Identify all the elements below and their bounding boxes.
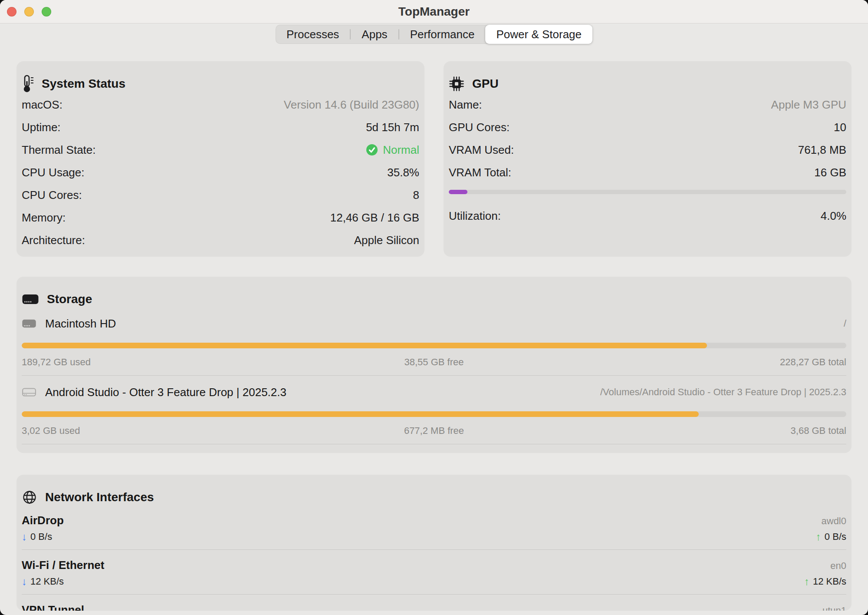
interface-id: utun1	[822, 605, 846, 611]
divider	[22, 594, 846, 595]
tab-power-storage[interactable]: Power & Storage	[485, 25, 592, 44]
disk-usage-fill	[22, 411, 699, 417]
interface-id: awdl0	[822, 516, 846, 527]
tab-segmented-control: Processes Apps Performance Power & Stora…	[276, 25, 592, 44]
gpu-panel: GPU Name: Apple M3 GPU GPU Cores: 10 VRA…	[444, 61, 852, 257]
traffic-lights	[7, 0, 51, 23]
thermal-state-value: Normal	[383, 143, 419, 157]
globe-icon	[22, 489, 37, 505]
divider	[22, 444, 846, 444]
internal-drive-icon	[22, 292, 39, 306]
system-status-panel: System Status macOS: Version 14.6 (Build…	[16, 61, 424, 257]
divider	[22, 549, 846, 550]
cpu-chip-icon	[449, 76, 464, 92]
disk-usage-bar	[22, 411, 846, 417]
row-cpu-usage: CPU Usage: 35.8%	[22, 161, 419, 184]
upload-speed: ↑ 0 B/s	[816, 531, 846, 543]
storage-panel: Storage	[16, 277, 852, 453]
gpu-header: GPU	[449, 76, 846, 92]
volume-row: Android Studio - Otter 3 Feature Drop | …	[22, 384, 846, 444]
row-gpu-utilization: Utilization: 4.0%	[449, 205, 846, 227]
external-drive-icon	[22, 386, 36, 398]
system-status-header: System Status	[22, 76, 419, 92]
disk-free: 38,55 GB free	[296, 357, 571, 368]
download-arrow-icon: ↓	[22, 575, 27, 588]
row-thermal-state: Thermal State: Normal	[22, 139, 419, 161]
upload-speed: ↑ 12 KB/s	[804, 575, 846, 588]
app-window: TopManager Processes Apps Performance Po…	[0, 0, 868, 615]
gpu-title: GPU	[472, 77, 499, 91]
minimize-button[interactable]	[24, 7, 34, 17]
window-title: TopManager	[398, 5, 470, 19]
disk-used: 3,02 GB used	[22, 425, 296, 436]
network-title: Network Interfaces	[45, 490, 154, 504]
row-gpu-cores: GPU Cores: 10	[449, 116, 846, 139]
system-status-title: System Status	[42, 77, 125, 91]
row-uptime: Uptime: 5d 15h 7m	[22, 116, 419, 139]
row-gpu-name: Name: Apple M3 GPU	[449, 93, 846, 116]
disk-usage-stats: 189,72 GB used 38,55 GB free 228,27 GB t…	[22, 356, 846, 368]
tab-processes[interactable]: Processes	[276, 25, 350, 44]
storage-title: Storage	[47, 292, 92, 306]
zoom-button[interactable]	[42, 7, 51, 17]
tab-bar: Processes Apps Performance Power & Stora…	[0, 25, 868, 44]
interface-row: AirDrop awdl0 ↓ 0 B/s ↑ 0 B/s	[22, 514, 846, 550]
row-vram-used: VRAM Used: 761,8 MB	[449, 139, 846, 161]
interface-row: VPN Tunnel utun1	[22, 603, 846, 611]
disk-free: 677,2 MB free	[296, 425, 571, 436]
download-speed: ↓ 0 B/s	[22, 531, 52, 543]
disk-total: 228,27 GB total	[572, 357, 846, 368]
titlebar: TopManager	[0, 0, 868, 23]
interface-name: Wi-Fi / Ethernet	[22, 559, 104, 572]
row-vram-total: VRAM Total: 16 GB	[449, 161, 846, 184]
download-arrow-icon: ↓	[22, 531, 27, 543]
main-content: System Status macOS: Version 14.6 (Build…	[0, 61, 868, 611]
download-speed: ↓ 12 KB/s	[22, 575, 64, 588]
network-panel: Network Interfaces AirDrop awdl0 ↓ 0 B/s…	[16, 475, 852, 611]
row-cpu-cores: CPU Cores: 8	[22, 184, 419, 206]
internal-drive-small-icon	[22, 317, 36, 330]
disk-total: 3,68 GB total	[572, 425, 846, 436]
interface-row: Wi-Fi / Ethernet en0 ↓ 12 KB/s ↑ 12 KB/s	[22, 559, 846, 595]
row-macos: macOS: Version 14.6 (Build 23G80)	[22, 93, 419, 116]
row-architecture: Architecture: Apple Silicon	[22, 229, 419, 251]
disk-used: 189,72 GB used	[22, 357, 296, 368]
close-button[interactable]	[7, 7, 16, 17]
vram-progress-bar	[449, 190, 846, 194]
volume-name: Android Studio - Otter 3 Feature Drop | …	[45, 386, 286, 399]
volume-mount-point: /Volumes/Android Studio - Otter 3 Featur…	[600, 387, 846, 398]
vram-progress-fill	[449, 190, 467, 194]
volume-name: Macintosh HD	[45, 317, 116, 331]
storage-header: Storage	[22, 291, 846, 307]
divider	[22, 375, 846, 376]
interface-name: VPN Tunnel	[22, 603, 84, 611]
upload-arrow-icon: ↑	[816, 531, 821, 543]
row-memory: Memory: 12,46 GB / 16 GB	[22, 206, 419, 229]
interface-name: AirDrop	[22, 514, 64, 527]
interface-id: en0	[830, 560, 846, 572]
thermometer-icon	[22, 75, 34, 93]
tab-performance[interactable]: Performance	[399, 25, 486, 44]
disk-usage-fill	[22, 343, 707, 348]
volume-row: Macintosh HD / 189,72 GB used 38,55 GB f…	[22, 315, 846, 376]
network-header: Network Interfaces	[22, 489, 846, 505]
disk-usage-stats: 3,02 GB used 677,2 MB free 3,68 GB total	[22, 425, 846, 437]
disk-usage-bar	[22, 343, 846, 348]
checkmark-circle-icon	[365, 143, 378, 156]
volume-mount-point: /	[844, 318, 846, 329]
upload-arrow-icon: ↑	[804, 575, 809, 588]
tab-apps[interactable]: Apps	[351, 25, 398, 44]
